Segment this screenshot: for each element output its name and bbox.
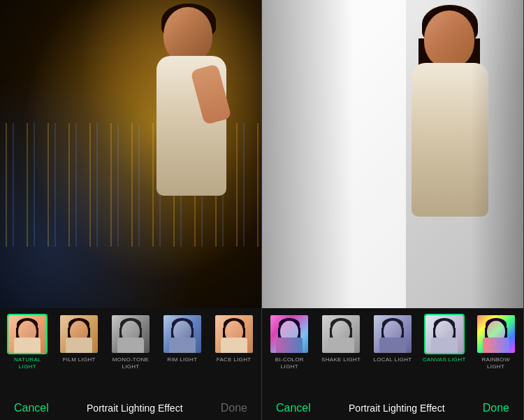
filter-item-face[interactable]: FACE LIGHT: [209, 314, 259, 370]
right-title: Portrait Lighting Effect: [349, 403, 444, 414]
right-action-bar: Cancel Portrait Lighting Effect Done: [262, 396, 523, 420]
filter-thumb-natural: [7, 314, 48, 354]
filter-label-rainbow: RAINBOWLIGHT: [481, 356, 509, 370]
person-head-left: [163, 7, 212, 63]
filter-thumb-rainbow: [476, 314, 516, 354]
left-action-bar: Cancel Portrait Lighting Effect Done: [0, 396, 261, 420]
face-canvas: [425, 315, 463, 353]
filter-label-bicolor: BI-COLORLIGHT: [275, 356, 304, 370]
body-bc: [276, 338, 303, 353]
filter-thumb-bicolor: [269, 314, 310, 354]
body-ca: [431, 338, 458, 353]
filter-thumb-rim: [162, 314, 203, 354]
body-f: [66, 338, 92, 353]
right-panel: BI-COLORLIGHT SHAKE LIGHT: [262, 0, 524, 420]
filter-label-film: FILM LIGHT: [63, 356, 96, 363]
filter-label-face: FACE LIGHT: [217, 356, 252, 363]
right-filter-strip: BI-COLORLIGHT SHAKE LIGHT: [262, 308, 523, 372]
filter-thumb-mono: [110, 314, 151, 354]
face-local: [374, 315, 412, 353]
filter-item-natural[interactable]: NATURALLIGHT: [3, 314, 52, 370]
filter-item-mono[interactable]: MONO-TONELIGHT: [106, 314, 156, 370]
body-ra: [483, 338, 509, 353]
filter-label-rim: RIM LIGHT: [167, 356, 197, 363]
filter-thumb-local: [372, 314, 413, 354]
person-left: [115, 7, 240, 231]
filter-label-local: LOCAL LIGHT: [373, 356, 412, 363]
right-cancel-button[interactable]: Cancel: [276, 402, 311, 414]
face-mono: [112, 315, 150, 353]
face-film: [60, 315, 98, 353]
shadow-overlay: [262, 0, 354, 308]
filter-item-local[interactable]: LOCAL LIGHT: [368, 314, 418, 370]
body-n: [14, 338, 41, 353]
right-photo-background: [262, 0, 523, 308]
body-sh: [328, 338, 354, 353]
filter-thumb-canvas: [424, 314, 465, 354]
left-done-button[interactable]: Done: [221, 402, 247, 414]
filter-label-canvas: CANVAS LIGHT: [423, 356, 466, 363]
body-r: [169, 338, 196, 353]
body-m: [117, 338, 144, 353]
body-fc: [221, 338, 247, 353]
right-photo-area: [262, 0, 523, 308]
filter-item-rainbow[interactable]: RAINBOWLIGHT: [471, 314, 521, 370]
filter-thumb-shake: [321, 314, 361, 354]
face-shake: [322, 315, 360, 353]
person-right: [370, 10, 509, 248]
filter-label-natural: NATURALLIGHT: [14, 356, 41, 370]
right-done-button[interactable]: Done: [483, 402, 509, 414]
filter-thumb-film: [59, 314, 99, 354]
left-photo-background: [0, 0, 261, 308]
left-photo-area: [0, 0, 261, 308]
left-bottom-panel: NATURALLIGHT FILM LIGHT: [0, 308, 261, 420]
filter-item-film[interactable]: FILM LIGHT: [54, 314, 104, 370]
left-panel: NATURALLIGHT FILM LIGHT: [0, 0, 262, 420]
face-face: [215, 315, 253, 353]
filter-item-bicolor[interactable]: BI-COLORLIGHT: [265, 314, 314, 370]
left-filter-strip: NATURALLIGHT FILM LIGHT: [0, 308, 261, 372]
filter-item-canvas[interactable]: CANVAS LIGHT: [419, 314, 469, 370]
person-head-right: [424, 10, 474, 68]
filter-item-shake[interactable]: SHAKE LIGHT: [316, 314, 366, 370]
face-rim: [163, 315, 201, 353]
filter-thumb-face: [214, 314, 254, 354]
person-body-right: [412, 63, 488, 217]
face-bicolor: [270, 315, 308, 353]
filter-item-rim[interactable]: RIM LIGHT: [157, 314, 207, 370]
filter-label-shake: SHAKE LIGHT: [321, 356, 361, 363]
body-lo: [379, 338, 406, 353]
left-title: Portrait Lighting Effect: [87, 403, 182, 414]
filter-label-mono: MONO-TONELIGHT: [112, 356, 149, 370]
left-cancel-button[interactable]: Cancel: [14, 402, 49, 414]
face-natural: [8, 315, 46, 353]
face-rainbow: [477, 315, 515, 353]
right-bottom-panel: BI-COLORLIGHT SHAKE LIGHT: [262, 308, 523, 420]
